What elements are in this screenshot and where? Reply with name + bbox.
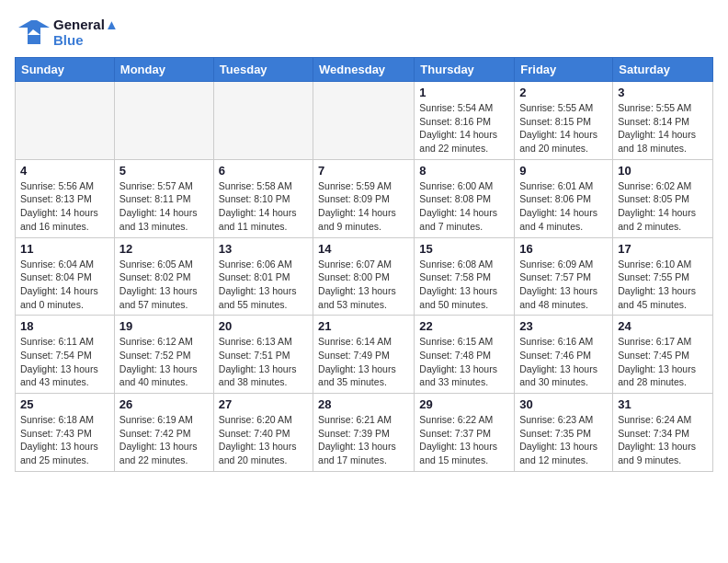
day-number: 26 xyxy=(119,397,209,411)
day-number: 6 xyxy=(219,164,308,178)
weekday-header-sunday: Sunday xyxy=(16,58,115,82)
day-number: 27 xyxy=(219,397,308,411)
day-number: 23 xyxy=(519,319,608,333)
day-number: 13 xyxy=(219,242,308,256)
day-info-text: Sunrise: 5:54 AM Sunset: 8:16 PM Dayligh… xyxy=(419,101,509,155)
calendar-day-cell: 14Sunrise: 6:07 AM Sunset: 8:00 PM Dayli… xyxy=(313,237,415,316)
calendar-day-cell: 1Sunrise: 5:54 AM Sunset: 8:16 PM Daylig… xyxy=(415,82,515,160)
calendar-day-cell: 11Sunrise: 6:04 AM Sunset: 8:04 PM Dayli… xyxy=(16,237,115,316)
logo-bird-icon xyxy=(15,15,50,50)
weekday-header-saturday: Saturday xyxy=(613,58,713,82)
calendar-day-cell: 27Sunrise: 6:20 AM Sunset: 7:40 PM Dayli… xyxy=(213,394,313,472)
calendar-day-cell: 6Sunrise: 5:58 AM Sunset: 8:10 PM Daylig… xyxy=(213,159,313,237)
day-info-text: Sunrise: 6:15 AM Sunset: 7:48 PM Dayligh… xyxy=(419,335,509,389)
calendar-day-cell: 7Sunrise: 5:59 AM Sunset: 8:09 PM Daylig… xyxy=(313,159,415,237)
calendar-day-cell: 19Sunrise: 6:12 AM Sunset: 7:52 PM Dayli… xyxy=(114,316,213,394)
day-info-text: Sunrise: 5:57 AM Sunset: 8:11 PM Dayligh… xyxy=(119,179,209,234)
calendar-day-cell: 20Sunrise: 6:13 AM Sunset: 7:51 PM Dayli… xyxy=(213,316,313,394)
day-info-text: Sunrise: 6:11 AM Sunset: 7:54 PM Dayligh… xyxy=(20,335,109,389)
header: General▲ Blue xyxy=(15,15,713,50)
day-info-text: Sunrise: 6:16 AM Sunset: 7:46 PM Dayligh… xyxy=(519,335,608,389)
logo-text-line2: Blue xyxy=(53,32,119,48)
calendar-day-cell: 15Sunrise: 6:08 AM Sunset: 7:58 PM Dayli… xyxy=(415,237,515,316)
calendar-day-cell: 23Sunrise: 6:16 AM Sunset: 7:46 PM Dayli… xyxy=(515,316,613,394)
calendar-day-cell: 29Sunrise: 6:22 AM Sunset: 7:37 PM Dayli… xyxy=(415,394,515,472)
day-number: 16 xyxy=(519,242,608,256)
day-number: 31 xyxy=(618,397,708,411)
calendar-day-cell: 4Sunrise: 5:56 AM Sunset: 8:13 PM Daylig… xyxy=(16,159,115,237)
calendar-day-cell: 17Sunrise: 6:10 AM Sunset: 7:55 PM Dayli… xyxy=(613,237,713,316)
calendar-day-cell: 24Sunrise: 6:17 AM Sunset: 7:45 PM Dayli… xyxy=(613,316,713,394)
day-number: 17 xyxy=(618,242,708,256)
calendar-day-cell: 10Sunrise: 6:02 AM Sunset: 8:05 PM Dayli… xyxy=(613,159,713,237)
weekday-header-tuesday: Tuesday xyxy=(213,58,313,82)
day-info-text: Sunrise: 6:18 AM Sunset: 7:43 PM Dayligh… xyxy=(20,413,109,467)
day-number: 11 xyxy=(20,242,109,256)
day-number: 12 xyxy=(119,242,209,256)
day-info-text: Sunrise: 6:09 AM Sunset: 7:57 PM Dayligh… xyxy=(519,258,608,312)
day-info-text: Sunrise: 5:56 AM Sunset: 8:13 PM Dayligh… xyxy=(20,179,109,234)
day-info-text: Sunrise: 6:23 AM Sunset: 7:35 PM Dayligh… xyxy=(519,413,608,467)
day-number: 19 xyxy=(119,319,209,333)
weekday-header-friday: Friday xyxy=(515,58,613,82)
calendar-day-cell: 5Sunrise: 5:57 AM Sunset: 8:11 PM Daylig… xyxy=(114,159,213,237)
day-info-text: Sunrise: 6:12 AM Sunset: 7:52 PM Dayligh… xyxy=(119,335,209,389)
day-info-text: Sunrise: 5:59 AM Sunset: 8:09 PM Dayligh… xyxy=(318,179,409,234)
day-number: 7 xyxy=(318,164,409,178)
calendar-day-cell: 13Sunrise: 6:06 AM Sunset: 8:01 PM Dayli… xyxy=(213,237,313,316)
day-info-text: Sunrise: 6:22 AM Sunset: 7:37 PM Dayligh… xyxy=(419,413,509,467)
day-info-text: Sunrise: 6:13 AM Sunset: 7:51 PM Dayligh… xyxy=(219,335,308,389)
day-info-text: Sunrise: 6:02 AM Sunset: 8:05 PM Dayligh… xyxy=(618,179,708,234)
day-number: 24 xyxy=(618,319,708,333)
day-number: 10 xyxy=(618,164,708,178)
day-info-text: Sunrise: 6:08 AM Sunset: 7:58 PM Dayligh… xyxy=(419,258,509,312)
day-info-text: Sunrise: 6:17 AM Sunset: 7:45 PM Dayligh… xyxy=(618,335,708,389)
svg-rect-1 xyxy=(28,35,40,44)
calendar-day-cell xyxy=(16,82,115,160)
day-number: 5 xyxy=(119,164,209,178)
day-info-text: Sunrise: 5:58 AM Sunset: 8:10 PM Dayligh… xyxy=(219,179,308,234)
day-number: 15 xyxy=(419,242,509,256)
calendar-week-row: 4Sunrise: 5:56 AM Sunset: 8:13 PM Daylig… xyxy=(16,159,713,237)
day-info-text: Sunrise: 6:10 AM Sunset: 7:55 PM Dayligh… xyxy=(618,258,708,312)
calendar-day-cell: 8Sunrise: 6:00 AM Sunset: 8:08 PM Daylig… xyxy=(415,159,515,237)
day-info-text: Sunrise: 5:55 AM Sunset: 8:14 PM Dayligh… xyxy=(618,101,708,155)
day-info-text: Sunrise: 6:04 AM Sunset: 8:04 PM Dayligh… xyxy=(20,258,109,312)
calendar-week-row: 11Sunrise: 6:04 AM Sunset: 8:04 PM Dayli… xyxy=(16,237,713,316)
calendar-day-cell: 2Sunrise: 5:55 AM Sunset: 8:15 PM Daylig… xyxy=(515,82,613,160)
day-info-text: Sunrise: 6:05 AM Sunset: 8:02 PM Dayligh… xyxy=(119,258,209,312)
calendar-day-cell: 26Sunrise: 6:19 AM Sunset: 7:42 PM Dayli… xyxy=(114,394,213,472)
weekday-header-wednesday: Wednesday xyxy=(313,58,415,82)
day-number: 4 xyxy=(20,164,109,178)
day-number: 29 xyxy=(419,397,509,411)
weekday-header-thursday: Thursday xyxy=(415,58,515,82)
calendar-day-cell: 12Sunrise: 6:05 AM Sunset: 8:02 PM Dayli… xyxy=(114,237,213,316)
day-info-text: Sunrise: 6:21 AM Sunset: 7:39 PM Dayligh… xyxy=(318,413,409,467)
calendar-day-cell: 30Sunrise: 6:23 AM Sunset: 7:35 PM Dayli… xyxy=(515,394,613,472)
calendar-day-cell: 21Sunrise: 6:14 AM Sunset: 7:49 PM Dayli… xyxy=(313,316,415,394)
day-info-text: Sunrise: 6:20 AM Sunset: 7:40 PM Dayligh… xyxy=(219,413,308,467)
day-number: 2 xyxy=(519,86,608,99)
logo-text-line1: General▲ xyxy=(53,17,119,32)
calendar-day-cell xyxy=(313,82,415,160)
calendar-day-cell: 3Sunrise: 5:55 AM Sunset: 8:14 PM Daylig… xyxy=(613,82,713,160)
day-number: 20 xyxy=(219,319,308,333)
calendar-week-row: 18Sunrise: 6:11 AM Sunset: 7:54 PM Dayli… xyxy=(16,316,713,394)
calendar-day-cell: 18Sunrise: 6:11 AM Sunset: 7:54 PM Dayli… xyxy=(16,316,115,394)
day-info-text: Sunrise: 6:07 AM Sunset: 8:00 PM Dayligh… xyxy=(318,258,409,312)
day-number: 18 xyxy=(20,319,109,333)
day-number: 21 xyxy=(318,319,409,333)
calendar-day-cell: 28Sunrise: 6:21 AM Sunset: 7:39 PM Dayli… xyxy=(313,394,415,472)
day-info-text: Sunrise: 6:19 AM Sunset: 7:42 PM Dayligh… xyxy=(119,413,209,467)
day-info-text: Sunrise: 5:55 AM Sunset: 8:15 PM Dayligh… xyxy=(519,101,608,155)
calendar-week-row: 25Sunrise: 6:18 AM Sunset: 7:43 PM Dayli… xyxy=(16,394,713,472)
day-number: 25 xyxy=(20,397,109,411)
day-info-text: Sunrise: 6:24 AM Sunset: 7:34 PM Dayligh… xyxy=(618,413,708,467)
day-number: 3 xyxy=(618,86,708,99)
svg-marker-0 xyxy=(18,20,50,35)
calendar-day-cell: 9Sunrise: 6:01 AM Sunset: 8:06 PM Daylig… xyxy=(515,159,613,237)
weekday-header-monday: Monday xyxy=(114,58,213,82)
calendar-day-cell xyxy=(114,82,213,160)
calendar-day-cell: 22Sunrise: 6:15 AM Sunset: 7:48 PM Dayli… xyxy=(415,316,515,394)
day-info-text: Sunrise: 6:14 AM Sunset: 7:49 PM Dayligh… xyxy=(318,335,409,389)
